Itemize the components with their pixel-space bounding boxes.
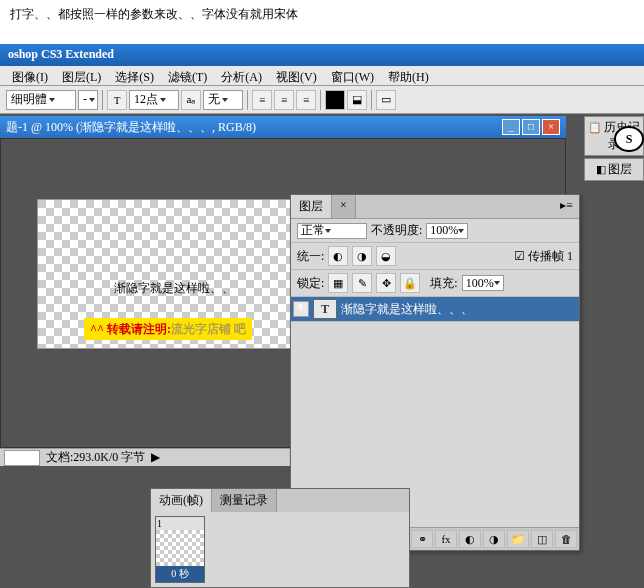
propagate-label[interactable]: 传播帧 1 <box>528 249 573 263</box>
menu-help[interactable]: 帮助(H) <box>384 68 433 83</box>
layer-name[interactable]: 渐隐字就是这样啦、、、 <box>341 301 473 318</box>
opacity-label: 不透明度: <box>371 222 422 239</box>
instruction-text: 打字、、都按照一样的参数来改、、字体没有就用宋体 <box>0 0 644 29</box>
text-color-swatch[interactable] <box>325 90 345 110</box>
watermark-overlay: ^^ 转载请注明:流光字店铺 吧 <box>84 318 252 340</box>
antialias-select[interactable]: 无 <box>203 90 243 110</box>
fill-label: 填充: <box>430 275 457 292</box>
text-size-icon: T <box>107 90 127 110</box>
align-right-icon[interactable]: ≡ <box>296 90 316 110</box>
layers-tab2[interactable]: × <box>332 195 356 218</box>
menu-image[interactable]: 图像(I) <box>8 68 52 83</box>
folder-icon[interactable]: 📁 <box>507 530 529 548</box>
aa-icon: aₐ <box>181 90 201 110</box>
frame-thumb <box>156 530 204 566</box>
zoom-field[interactable] <box>4 450 40 466</box>
lock-pos-icon[interactable]: ✥ <box>376 273 396 293</box>
align-center-icon[interactable]: ≡ <box>274 90 294 110</box>
options-bar: 细明體 - T 12点 aₐ 无 ≡ ≡ ≡ ⬓ ▭ <box>0 86 644 114</box>
doc-size-status: 文档:293.0K/0 字节 <box>46 449 145 466</box>
font-style-select[interactable]: - <box>78 90 98 110</box>
unify-style-icon[interactable]: ◒ <box>376 246 396 266</box>
photoshop-app: oshop CS3 Extended 图像(I) 图层(L) 选择(S) 滤镜(… <box>0 44 644 588</box>
menu-select[interactable]: 选择(S) <box>111 68 158 83</box>
link-icon[interactable]: ⚭ <box>411 530 433 548</box>
blend-mode-select[interactable]: 正常 <box>297 223 367 239</box>
menu-filter[interactable]: 滤镜(T) <box>164 68 211 83</box>
character-panel-icon[interactable]: ▭ <box>376 90 396 110</box>
document-titlebar[interactable]: 题-1 @ 100% (渐隐字就是这样啦、、、, RGB/8) _ □ × <box>0 116 566 138</box>
new-layer-icon[interactable]: ◫ <box>531 530 553 548</box>
mask-icon[interactable]: ◐ <box>459 530 481 548</box>
warp-text-icon[interactable]: ⬓ <box>347 90 367 110</box>
visibility-icon[interactable]: 👁 <box>293 301 309 317</box>
layers-tab[interactable]: 图层 <box>291 195 332 218</box>
menu-window[interactable]: 窗口(W) <box>327 68 378 83</box>
frame-1[interactable]: 1 0 秒 <box>155 516 205 583</box>
fx-icon[interactable]: fx <box>435 530 457 548</box>
document-title: 题-1 @ 100% (渐隐字就是这样啦、、、, RGB/8) <box>6 119 256 136</box>
animation-panel: 动画(帧) 测量记录 1 0 秒 <box>150 488 410 588</box>
unify-label: 统一: <box>297 248 324 265</box>
canvas-text-layer[interactable]: 渐隐字就是这样啦、、 <box>114 280 234 297</box>
app-titlebar: oshop CS3 Extended <box>0 44 644 66</box>
skype-icon[interactable]: S <box>614 126 644 152</box>
animation-tab[interactable]: 动画(帧) <box>151 489 212 512</box>
menu-analysis[interactable]: 分析(A) <box>217 68 266 83</box>
frame-delay[interactable]: 0 秒 <box>156 566 204 582</box>
adjust-icon[interactable]: ◑ <box>483 530 505 548</box>
lock-all-icon[interactable]: 🔒 <box>400 273 420 293</box>
trash-icon[interactable]: 🗑 <box>555 530 577 548</box>
measure-tab[interactable]: 测量记录 <box>212 489 277 512</box>
font-family-select[interactable]: 细明體 <box>6 90 76 110</box>
unify-vis-icon[interactable]: ◑ <box>352 246 372 266</box>
menu-bar: 图像(I) 图层(L) 选择(S) 滤镜(T) 分析(A) 视图(V) 窗口(W… <box>0 66 644 86</box>
layer-thumb-text: T <box>313 299 337 319</box>
layer-item[interactable]: 👁 T 渐隐字就是这样啦、、、 <box>291 297 579 322</box>
lock-trans-icon[interactable]: ▦ <box>328 273 348 293</box>
menu-layer[interactable]: 图层(L) <box>58 68 105 83</box>
frame-number: 1 <box>156 517 204 530</box>
align-left-icon[interactable]: ≡ <box>252 90 272 110</box>
font-size-select[interactable]: 12点 <box>129 90 179 110</box>
opacity-input[interactable]: 100% <box>426 223 468 239</box>
minimize-button[interactable]: _ <box>502 119 520 135</box>
menu-view[interactable]: 视图(V) <box>272 68 321 83</box>
lock-label: 锁定: <box>297 275 324 292</box>
unify-pos-icon[interactable]: ◐ <box>328 246 348 266</box>
maximize-button[interactable]: □ <box>522 119 540 135</box>
close-button[interactable]: × <box>542 119 560 135</box>
lock-pixel-icon[interactable]: ✎ <box>352 273 372 293</box>
layers-panel-tab[interactable]: ◧ 图层 <box>584 158 644 181</box>
fill-input[interactable]: 100% <box>462 275 504 291</box>
panel-menu-icon[interactable]: ▸≡ <box>554 195 579 218</box>
status-arrow-icon[interactable]: ▶ <box>151 450 160 465</box>
